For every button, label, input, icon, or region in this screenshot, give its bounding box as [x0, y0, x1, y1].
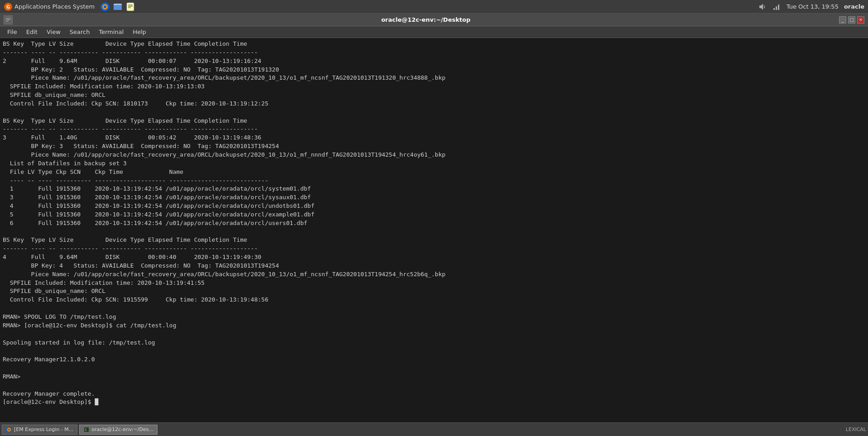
terminal-taskbar-icon: $	[83, 426, 90, 433]
username-label: oracle	[844, 3, 864, 10]
window-controls: _ □ ✕	[839, 16, 864, 24]
terminal-window: oracle@12c-env:~/Desktop _ □ ✕ File Edit…	[0, 14, 868, 436]
terminal-output[interactable]: BS Key Type LV Size Device Type Elapsed …	[0, 38, 868, 436]
menu-search[interactable]: Search	[66, 28, 94, 36]
datetime-label: Tue Oct 13, 19:55	[787, 3, 839, 10]
taskbar-window-firefox[interactable]: [EM Express Login - M...	[2, 425, 77, 435]
taskbar-window-terminal[interactable]: $ oracle@12c-env:~/Des...	[79, 425, 157, 435]
maximize-button[interactable]: □	[848, 16, 855, 24]
svg-text:$: $	[85, 428, 87, 432]
svg-rect-7	[127, 3, 134, 11]
firefox-window-label: [EM Express Login - M...	[14, 426, 73, 432]
gnome-icon: G	[4, 2, 13, 11]
svg-point-21	[8, 429, 10, 431]
svg-point-4	[104, 5, 106, 8]
terminal-window-label: oracle@12c-env:~/Des...	[91, 426, 153, 432]
svg-rect-12	[773, 8, 775, 10]
window-titlebar: oracle@12c-env:~/Desktop _ □ ✕	[0, 14, 868, 26]
texteditor-icon	[125, 2, 135, 12]
window-icon	[4, 15, 13, 24]
system-menu[interactable]: System	[73, 3, 95, 10]
svg-marker-11	[759, 4, 763, 10]
menu-edit[interactable]: Edit	[23, 28, 41, 36]
applications-menu[interactable]: Applications	[14, 3, 50, 10]
network-icon[interactable]	[772, 2, 781, 11]
places-menu[interactable]: Places	[52, 3, 71, 10]
bottom-taskbar: [EM Express Login - M... $ oracle@12c-en…	[0, 422, 868, 436]
svg-rect-6	[114, 5, 122, 10]
menu-file[interactable]: File	[4, 28, 21, 36]
taskbar-right: Tue Oct 13, 19:55 oracle	[758, 2, 864, 11]
menu-terminal[interactable]: Terminal	[95, 28, 127, 36]
svg-rect-18	[6, 21, 9, 22]
top-taskbar: G Applications Places System	[0, 0, 868, 14]
firefox-taskbar-icon	[6, 426, 12, 433]
svg-rect-14	[778, 5, 779, 10]
files-icon	[113, 2, 123, 12]
taskbar-left: G Applications Places System	[4, 2, 135, 12]
keyboard-layout-label: LEXICAL	[846, 426, 866, 432]
volume-icon[interactable]	[758, 2, 767, 11]
firefox-icon	[100, 2, 110, 12]
menu-help[interactable]: Help	[129, 28, 150, 36]
svg-text:G: G	[6, 5, 10, 10]
menu-view[interactable]: View	[43, 28, 64, 36]
window-title: oracle@12c-env:~/Desktop	[13, 16, 839, 23]
menubar: File Edit View Search Terminal Help	[0, 26, 868, 38]
svg-rect-13	[776, 6, 777, 10]
svg-rect-17	[6, 19, 10, 20]
minimize-button[interactable]: _	[839, 16, 846, 24]
svg-rect-16	[6, 18, 10, 19]
close-button[interactable]: ✕	[857, 16, 864, 24]
bottom-right-area: LEXICAL	[846, 426, 866, 432]
